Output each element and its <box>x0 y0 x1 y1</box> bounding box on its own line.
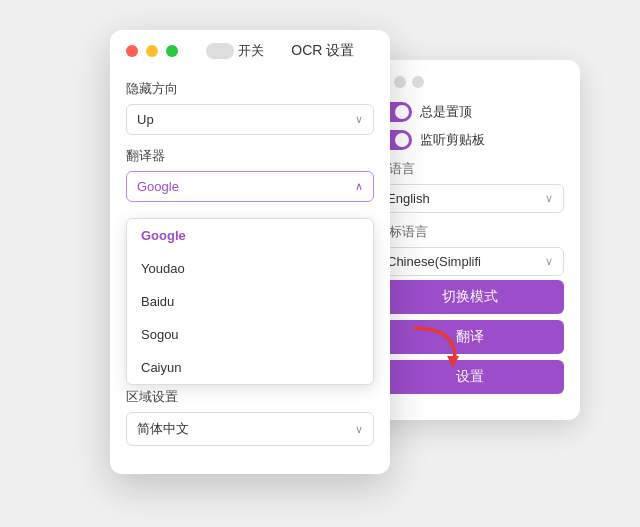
settings-button[interactable]: 设置 <box>376 360 564 394</box>
region-section: 区域设置 简体中文 ∨ <box>110 378 390 474</box>
dropdown-item-caiyun[interactable]: Caiyun <box>127 351 373 384</box>
translator-dropdown: Google Youdao Baidu Sogou Caiyun <box>126 218 374 385</box>
toggle-switch-row: 开关 <box>206 42 264 60</box>
source-lang-value: English <box>387 191 430 206</box>
clipboard-monitor-label: 监听剪贴板 <box>420 131 485 149</box>
region-value: 简体中文 <box>137 420 189 438</box>
dropdown-item-google[interactable]: Google <box>127 219 373 252</box>
target-lang-label: 目标语言 <box>376 223 564 241</box>
region-label: 区域设置 <box>126 388 374 406</box>
main-window: 开关 OCR 设置 隐藏方向 Up ∨ 翻译器 Google ∧ Google … <box>110 30 390 474</box>
translator-label: 翻译器 <box>126 147 374 165</box>
source-lang-label: 源语言 <box>376 160 564 178</box>
minimize-dot[interactable] <box>146 45 158 57</box>
hide-direction-chevron: ∨ <box>355 113 363 126</box>
source-lang-chevron: ∨ <box>545 192 553 205</box>
maximize-dot[interactable] <box>166 45 178 57</box>
hide-direction-select[interactable]: Up ∨ <box>126 104 374 135</box>
background-window: 总是置顶 监听剪贴板 源语言 English ∨ 目标语言 Chinese(Si… <box>360 60 580 420</box>
target-lang-chevron: ∨ <box>545 255 553 268</box>
translator-chevron: ∧ <box>355 180 363 193</box>
translator-select[interactable]: Google ∧ <box>126 171 374 202</box>
ocr-settings-title: OCR 设置 <box>291 42 354 60</box>
main-content: 隐藏方向 Up ∨ 翻译器 Google ∧ <box>110 70 390 218</box>
hide-direction-value: Up <box>137 112 154 127</box>
dropdown-item-baidu[interactable]: Baidu <box>127 285 373 318</box>
main-titlebar: 开关 OCR 设置 <box>110 30 390 70</box>
translator-value: Google <box>137 179 179 194</box>
dot3 <box>412 76 424 88</box>
dropdown-item-youdao[interactable]: Youdao <box>127 252 373 285</box>
always-on-top-label: 总是置顶 <box>420 103 472 121</box>
hide-direction-label: 隐藏方向 <box>126 80 374 98</box>
switch-mode-button[interactable]: 切换模式 <box>376 280 564 314</box>
titlebar-toggle-label: 开关 <box>238 42 264 60</box>
translate-button[interactable]: 翻译 <box>376 320 564 354</box>
dropdown-item-sogou[interactable]: Sogou <box>127 318 373 351</box>
always-on-top-row: 总是置顶 <box>376 102 564 122</box>
target-lang-select[interactable]: Chinese(Simplifi ∨ <box>376 247 564 276</box>
region-select[interactable]: 简体中文 ∨ <box>126 412 374 446</box>
source-lang-select[interactable]: English ∨ <box>376 184 564 213</box>
target-lang-value: Chinese(Simplifi <box>387 254 481 269</box>
titlebar-toggle-switch[interactable] <box>206 43 234 59</box>
clipboard-monitor-row: 监听剪贴板 <box>376 130 564 150</box>
bg-titlebar <box>376 76 564 88</box>
close-dot[interactable] <box>126 45 138 57</box>
dot2 <box>394 76 406 88</box>
region-chevron: ∨ <box>355 423 363 436</box>
